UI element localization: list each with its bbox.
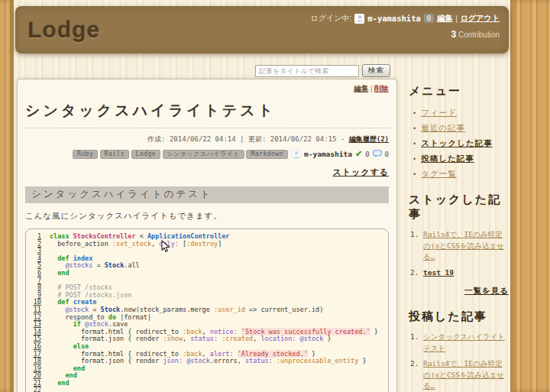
menu-item: 投稿した記事 [413, 154, 509, 164]
code-line: 6 end [29, 270, 383, 277]
stock-button[interactable]: ストックする [332, 167, 389, 177]
posted-item: シンタックスハイライトテスト [410, 332, 509, 354]
logout-link[interactable]: ログアウト [461, 13, 500, 24]
article-title: シンタックスハイライトテスト [25, 101, 389, 128]
menu-heading: メニュー [409, 84, 509, 99]
created-date: 2014/06/22 04:14 [170, 135, 236, 143]
menu-list: フィード最近の記事ストックした記事投稿した記事タグ一覧 [413, 108, 509, 180]
search-button[interactable]: 検索 [362, 64, 390, 77]
created-label: 作成: [147, 135, 165, 143]
menu-item-link[interactable]: ストックした記事 [421, 138, 492, 147]
contribution-label: Contribution [458, 31, 500, 39]
menu-item-link[interactable]: タグ一覧 [421, 169, 457, 178]
login-status-label: ログイン中: [311, 13, 352, 24]
code-line: 21 end [29, 380, 383, 387]
contribution-row: 3Contribution [311, 29, 500, 40]
menu-item-link[interactable]: 最近の記事 [421, 123, 465, 132]
code-text: before_action :set_stock, only: [:destro… [50, 241, 222, 248]
mouse-cursor-icon [161, 240, 171, 256]
posted-item-link[interactable]: Rails4で、IEのみ特定のjsとCSSを読み込ませる… [423, 359, 504, 390]
code-text: format.json { render :show, status: :cre… [50, 335, 332, 343]
header-links-separator: | [455, 15, 458, 23]
tags-row: Ruby Rails Lodge シンタックスハイライト Markdown m-… [25, 149, 389, 159]
posted-item-link[interactable]: シンタックスハイライトテスト [423, 332, 505, 352]
code-line: 22 [29, 387, 383, 392]
code-block: 1class StocksController < ApplicationCon… [25, 228, 389, 392]
notification-badge: 0 [424, 14, 434, 23]
stock-row: ストックする [25, 164, 389, 178]
article-actions-separator: | [370, 84, 372, 92]
tag-badge[interactable]: Ruby [73, 150, 98, 159]
sidebar: メニュー フィード最近の記事ストックした記事投稿した記事タグ一覧 ストックした記… [409, 84, 509, 392]
menu-item-link[interactable]: 投稿した記事 [421, 154, 474, 163]
search-row: 検索 [255, 64, 390, 77]
author-name[interactable]: m-yamashita [304, 150, 352, 158]
article-delete-link[interactable]: 削除 [374, 84, 389, 92]
view-all-row: 一覧を見る [409, 283, 509, 296]
stock-check-icon: ✔ [355, 149, 362, 159]
author-avatar-icon [291, 149, 301, 159]
article-edit-link[interactable]: 編集 [354, 84, 368, 92]
posted-heading: 投稿した記事 [409, 309, 509, 324]
stocked-item: test 19 [410, 267, 509, 279]
stocked-item: Rails4で、IEのみ特定のjsとCSSを読み込ませる… [410, 229, 509, 263]
page-container: Lodge ログイン中: m-yamashita 0 編集 | ログアウト 3C… [14, 0, 510, 392]
line-number: 22 [29, 387, 41, 392]
updated-date: 2014/06/22 04:15 [270, 135, 337, 143]
posted-item: Rails4で、IEのみ特定のjsとCSSを読み込ませる… [410, 358, 509, 392]
tag-badge[interactable]: Rails [100, 150, 130, 159]
search-input[interactable] [255, 65, 359, 77]
comment-count: 0 [385, 151, 389, 158]
meta-dash: - [341, 135, 345, 143]
user-avatar-icon [354, 14, 364, 24]
code-lines: 1class StocksController < ApplicationCon… [29, 233, 383, 392]
tag-list: Ruby Rails Lodge シンタックスハイライト Markdown [73, 150, 288, 158]
app-header: Lodge ログイン中: m-yamashita 0 編集 | ログアウト 3C… [15, 6, 509, 53]
stocked-article-list: Rails4で、IEのみ特定のjsとCSSを読み込ませる…test 19 [410, 229, 509, 278]
header-username[interactable]: m-yamashita [367, 14, 421, 23]
lead-paragraph: こんな風にシンタックスハイライトもできます。 [25, 211, 389, 222]
menu-item: タグ一覧 [413, 169, 509, 180]
right-wood-border [510, 0, 550, 392]
stock-count: 0 [365, 151, 369, 158]
header-account-area: ログイン中: m-yamashita 0 編集 | ログアウト 3Contrib… [311, 13, 500, 40]
code-line: 19 end [29, 365, 383, 373]
comment-bubble-icon [373, 150, 382, 158]
code-line: 2 before_action :set_stock, only: [:dest… [29, 241, 383, 248]
code-text: format.json { render json: @stock.errors… [50, 358, 367, 365]
edit-history-link[interactable]: 編集履歴(2) [349, 135, 389, 143]
code-line: 5 @stocks = Stock.all [29, 262, 383, 270]
meta-separator: | [240, 135, 244, 143]
menu-item: フィード [413, 108, 509, 118]
app-title: Lodge [28, 17, 100, 43]
login-status-row: ログイン中: m-yamashita 0 編集 | ログアウト [311, 13, 500, 24]
article-meta-row: 作成: 2014/06/22 04:14 | 更新: 2014/06/22 04… [25, 134, 389, 144]
posted-article-list: シンタックスハイライトテストRails4で、IEのみ特定のjsとCSSを読み込ま… [410, 332, 509, 392]
header-edit-link[interactable]: 編集 [437, 13, 452, 24]
menu-item-link[interactable]: フィード [421, 108, 457, 117]
updated-label: 更新: [248, 135, 266, 143]
contribution-count: 3 [451, 29, 456, 40]
code-line: 20 end [29, 372, 383, 380]
stocked-heading: ストックした記事 [409, 193, 509, 222]
section-heading: シンタックスハイライトのテスト [25, 186, 389, 203]
article-box: 編集 | 削除 シンタックスハイライトテスト 作成: 2014/06/22 04… [17, 79, 397, 392]
tag-badge[interactable]: シンタックスハイライト [163, 150, 245, 159]
view-all-link[interactable]: 一覧を見る [464, 286, 509, 295]
code-text [50, 387, 53, 392]
stocked-item-link[interactable]: Rails4で、IEのみ特定のjsとCSSを読み込ませる… [423, 230, 504, 261]
left-wood-border [0, 0, 14, 392]
tag-badge[interactable]: Markdown [246, 150, 288, 159]
menu-item: ストックした記事 [413, 138, 509, 149]
stocked-item-link[interactable]: test 19 [423, 268, 454, 277]
article-actions: 編集 | 削除 [25, 84, 389, 94]
menu-item: 最近の記事 [413, 123, 509, 134]
tag-badge[interactable]: Lodge [131, 150, 161, 159]
